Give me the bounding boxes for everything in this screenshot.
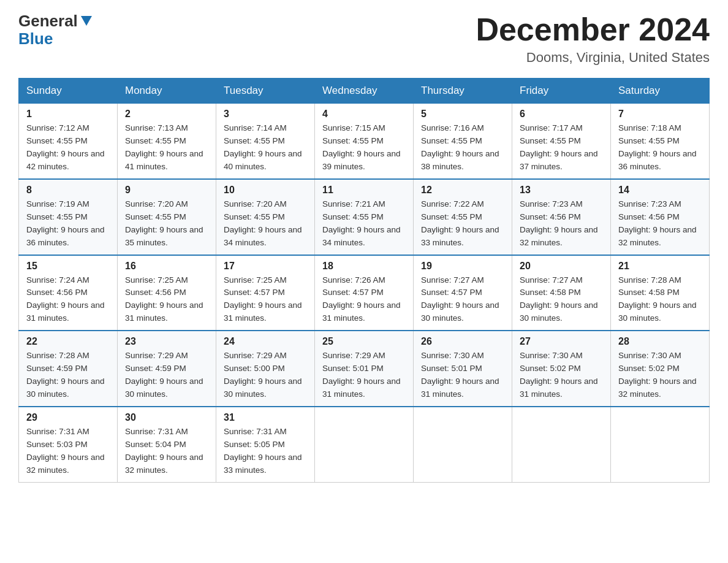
day-info: Sunrise: 7:21 AMSunset: 4:55 PMDaylight:… bbox=[322, 199, 401, 247]
table-row: 6 Sunrise: 7:17 AMSunset: 4:55 PMDayligh… bbox=[512, 104, 611, 179]
header-sunday: Sunday bbox=[19, 79, 118, 104]
day-info: Sunrise: 7:30 AMSunset: 5:01 PMDaylight:… bbox=[421, 351, 499, 399]
table-row bbox=[611, 407, 710, 482]
day-info: Sunrise: 7:31 AMSunset: 5:05 PMDaylight:… bbox=[224, 427, 302, 475]
day-number: 26 bbox=[421, 336, 504, 347]
day-number: 17 bbox=[224, 261, 307, 272]
day-info: Sunrise: 7:19 AMSunset: 4:55 PMDaylight:… bbox=[26, 199, 105, 247]
day-number: 25 bbox=[322, 336, 406, 347]
day-info: Sunrise: 7:29 AMSunset: 5:01 PMDaylight:… bbox=[322, 351, 401, 399]
day-info: Sunrise: 7:26 AMSunset: 4:57 PMDaylight:… bbox=[322, 275, 401, 323]
table-row: 15 Sunrise: 7:24 AMSunset: 4:56 PMDaylig… bbox=[19, 255, 118, 331]
day-number: 6 bbox=[520, 109, 603, 120]
header-friday: Friday bbox=[512, 79, 611, 104]
day-info: Sunrise: 7:23 AMSunset: 4:56 PMDaylight:… bbox=[520, 199, 598, 247]
header-thursday: Thursday bbox=[414, 79, 512, 104]
logo-triangle-icon bbox=[80, 13, 93, 27]
table-row: 26 Sunrise: 7:30 AMSunset: 5:01 PMDaylig… bbox=[414, 331, 512, 407]
calendar-week-4: 22 Sunrise: 7:28 AMSunset: 4:59 PMDaylig… bbox=[19, 331, 710, 407]
table-row: 11 Sunrise: 7:21 AMSunset: 4:55 PMDaylig… bbox=[315, 179, 414, 255]
day-number: 16 bbox=[125, 261, 208, 272]
table-row: 28 Sunrise: 7:30 AMSunset: 5:02 PMDaylig… bbox=[611, 331, 710, 407]
day-info: Sunrise: 7:15 AMSunset: 4:55 PMDaylight:… bbox=[322, 123, 401, 171]
day-number: 24 bbox=[224, 336, 307, 347]
day-number: 23 bbox=[125, 336, 208, 347]
day-info: Sunrise: 7:24 AMSunset: 4:56 PMDaylight:… bbox=[26, 275, 105, 323]
day-number: 7 bbox=[618, 109, 702, 120]
table-row: 16 Sunrise: 7:25 AMSunset: 4:56 PMDaylig… bbox=[118, 255, 216, 331]
day-info: Sunrise: 7:28 AMSunset: 4:58 PMDaylight:… bbox=[618, 275, 697, 323]
table-row: 27 Sunrise: 7:30 AMSunset: 5:02 PMDaylig… bbox=[512, 331, 611, 407]
day-number: 19 bbox=[421, 261, 504, 272]
day-number: 20 bbox=[520, 261, 603, 272]
table-row: 5 Sunrise: 7:16 AMSunset: 4:55 PMDayligh… bbox=[414, 104, 512, 179]
table-row: 31 Sunrise: 7:31 AMSunset: 5:05 PMDaylig… bbox=[216, 407, 315, 482]
svg-marker-0 bbox=[81, 16, 92, 26]
table-row: 4 Sunrise: 7:15 AMSunset: 4:55 PMDayligh… bbox=[315, 104, 414, 179]
day-info: Sunrise: 7:31 AMSunset: 5:04 PMDaylight:… bbox=[125, 427, 203, 475]
table-row: 25 Sunrise: 7:29 AMSunset: 5:01 PMDaylig… bbox=[315, 331, 414, 407]
day-info: Sunrise: 7:13 AMSunset: 4:55 PMDaylight:… bbox=[125, 123, 203, 171]
month-title: December 2024 bbox=[476, 12, 710, 47]
table-row: 1 Sunrise: 7:12 AMSunset: 4:55 PMDayligh… bbox=[19, 104, 118, 179]
day-number: 21 bbox=[618, 261, 702, 272]
day-number: 12 bbox=[421, 185, 504, 196]
header-monday: Monday bbox=[118, 79, 216, 104]
calendar-header-row: Sunday Monday Tuesday Wednesday Thursday… bbox=[19, 79, 710, 104]
logo: General Blue bbox=[18, 12, 93, 47]
day-info: Sunrise: 7:12 AMSunset: 4:55 PMDaylight:… bbox=[26, 123, 105, 171]
day-number: 22 bbox=[26, 336, 110, 347]
table-row: 9 Sunrise: 7:20 AMSunset: 4:55 PMDayligh… bbox=[118, 179, 216, 255]
table-row: 20 Sunrise: 7:27 AMSunset: 4:58 PMDaylig… bbox=[512, 255, 611, 331]
day-number: 4 bbox=[322, 109, 406, 120]
day-info: Sunrise: 7:14 AMSunset: 4:55 PMDaylight:… bbox=[224, 123, 302, 171]
day-number: 1 bbox=[26, 109, 110, 120]
table-row: 23 Sunrise: 7:29 AMSunset: 4:59 PMDaylig… bbox=[118, 331, 216, 407]
day-info: Sunrise: 7:17 AMSunset: 4:55 PMDaylight:… bbox=[520, 123, 598, 171]
table-row: 12 Sunrise: 7:22 AMSunset: 4:55 PMDaylig… bbox=[414, 179, 512, 255]
calendar-table: Sunday Monday Tuesday Wednesday Thursday… bbox=[18, 78, 710, 482]
day-number: 11 bbox=[322, 185, 406, 196]
day-number: 28 bbox=[618, 336, 702, 347]
title-section: December 2024 Dooms, Virginia, United St… bbox=[476, 12, 710, 66]
table-row: 17 Sunrise: 7:25 AMSunset: 4:57 PMDaylig… bbox=[216, 255, 315, 331]
header-tuesday: Tuesday bbox=[216, 79, 315, 104]
table-row: 7 Sunrise: 7:18 AMSunset: 4:55 PMDayligh… bbox=[611, 104, 710, 179]
day-info: Sunrise: 7:23 AMSunset: 4:56 PMDaylight:… bbox=[618, 199, 697, 247]
table-row bbox=[315, 407, 414, 482]
day-info: Sunrise: 7:30 AMSunset: 5:02 PMDaylight:… bbox=[520, 351, 598, 399]
day-info: Sunrise: 7:29 AMSunset: 5:00 PMDaylight:… bbox=[224, 351, 302, 399]
calendar-week-3: 15 Sunrise: 7:24 AMSunset: 4:56 PMDaylig… bbox=[19, 255, 710, 331]
table-row bbox=[512, 407, 611, 482]
table-row: 30 Sunrise: 7:31 AMSunset: 5:04 PMDaylig… bbox=[118, 407, 216, 482]
day-info: Sunrise: 7:16 AMSunset: 4:55 PMDaylight:… bbox=[421, 123, 499, 171]
table-row: 29 Sunrise: 7:31 AMSunset: 5:03 PMDaylig… bbox=[19, 407, 118, 482]
day-info: Sunrise: 7:30 AMSunset: 5:02 PMDaylight:… bbox=[618, 351, 697, 399]
table-row: 22 Sunrise: 7:28 AMSunset: 4:59 PMDaylig… bbox=[19, 331, 118, 407]
day-number: 3 bbox=[224, 109, 307, 120]
day-number: 30 bbox=[125, 412, 208, 423]
day-number: 31 bbox=[224, 412, 307, 423]
calendar-week-2: 8 Sunrise: 7:19 AMSunset: 4:55 PMDayligh… bbox=[19, 179, 710, 255]
day-number: 27 bbox=[520, 336, 603, 347]
day-info: Sunrise: 7:29 AMSunset: 4:59 PMDaylight:… bbox=[125, 351, 203, 399]
day-number: 2 bbox=[125, 109, 208, 120]
day-number: 8 bbox=[26, 185, 110, 196]
table-row: 18 Sunrise: 7:26 AMSunset: 4:57 PMDaylig… bbox=[315, 255, 414, 331]
table-row: 3 Sunrise: 7:14 AMSunset: 4:55 PMDayligh… bbox=[216, 104, 315, 179]
table-row: 2 Sunrise: 7:13 AMSunset: 4:55 PMDayligh… bbox=[118, 104, 216, 179]
day-info: Sunrise: 7:22 AMSunset: 4:55 PMDaylight:… bbox=[421, 199, 499, 247]
day-info: Sunrise: 7:31 AMSunset: 5:03 PMDaylight:… bbox=[26, 427, 105, 475]
calendar-week-5: 29 Sunrise: 7:31 AMSunset: 5:03 PMDaylig… bbox=[19, 407, 710, 482]
day-number: 5 bbox=[421, 109, 504, 120]
day-info: Sunrise: 7:25 AMSunset: 4:56 PMDaylight:… bbox=[125, 275, 203, 323]
day-number: 14 bbox=[618, 185, 702, 196]
page-header: General Blue December 2024 Dooms, Virgin… bbox=[18, 12, 710, 66]
header-saturday: Saturday bbox=[611, 79, 710, 104]
day-info: Sunrise: 7:27 AMSunset: 4:58 PMDaylight:… bbox=[520, 275, 598, 323]
table-row: 10 Sunrise: 7:20 AMSunset: 4:55 PMDaylig… bbox=[216, 179, 315, 255]
table-row: 24 Sunrise: 7:29 AMSunset: 5:00 PMDaylig… bbox=[216, 331, 315, 407]
location-subtitle: Dooms, Virginia, United States bbox=[476, 50, 710, 66]
table-row: 19 Sunrise: 7:27 AMSunset: 4:57 PMDaylig… bbox=[414, 255, 512, 331]
day-number: 9 bbox=[125, 185, 208, 196]
